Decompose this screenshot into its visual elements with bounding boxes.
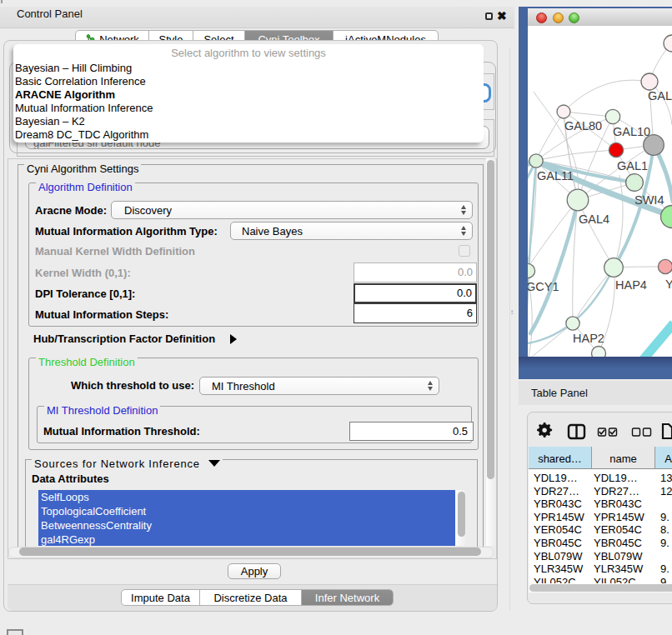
svg-text:HAP2: HAP2 [573,332,604,345]
svg-text:GAL10: GAL10 [613,125,650,138]
svg-text:GAL1: GAL1 [617,159,648,172]
svg-text:SWI4: SWI4 [634,193,664,207]
svg-text:GAL11: GAL11 [537,169,574,182]
svg-text:GAL4: GAL4 [579,212,609,226]
svg-text:GAL: GAL [648,89,672,102]
svg-text:Y: Y [665,278,672,291]
svg-text:GAL80: GAL80 [564,119,602,132]
svg-text:HAP4: HAP4 [615,278,647,292]
svg-text:GCY1: GCY1 [528,280,559,293]
